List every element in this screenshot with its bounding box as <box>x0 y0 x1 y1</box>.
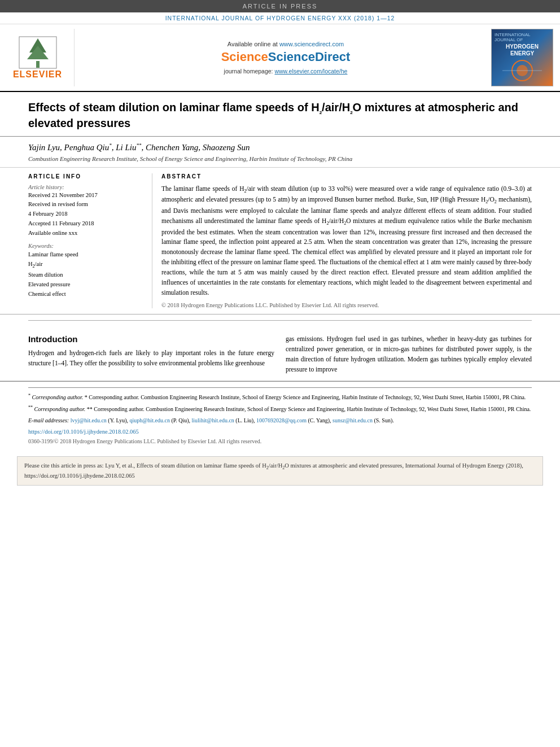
revised-label: Received in revised form <box>28 200 144 209</box>
email-yang[interactable]: 1007692028@qq.com <box>256 417 307 423</box>
email-liu[interactable]: liulihit@hit.edu.cn <box>192 417 234 423</box>
section-divider <box>28 320 532 321</box>
journal-title-bar: INTERNATIONAL JOURNAL OF HYDROGEN ENERGY… <box>0 12 560 24</box>
two-column-section: ARTICLE INFO Article history: Received 2… <box>0 168 560 315</box>
history-label: Article history: <box>28 184 144 190</box>
revised-date: 4 February 2018 <box>28 210 144 219</box>
emails-line: E-mail addresses: lvyj@hit.edu.cn (Y. Ly… <box>28 416 532 425</box>
star-footnote: * Corresponding author. * Corresponding … <box>28 392 532 402</box>
abstract-section: ABSTRACT The laminar flame speeds of H2/… <box>161 173 532 309</box>
paper-title-section: Effects of steam dilution on laminar fla… <box>0 92 560 137</box>
paper-title: Effects of steam dilution on laminar fla… <box>28 100 532 130</box>
journal-homepage-url[interactable]: www.elsevier.com/locate/he <box>274 68 347 75</box>
footnotes-section: * Corresponding author. * Corresponding … <box>0 381 560 452</box>
header-section: ELSEVIER Available online at www.science… <box>0 24 560 92</box>
dstar-footnote: ** Corresponding author. ** Correspondin… <box>28 404 532 414</box>
doi-line[interactable]: https://doi.org/10.1016/j.ijhydene.2018.… <box>28 427 532 437</box>
journal-title: INTERNATIONAL JOURNAL OF HYDROGEN ENERGY… <box>165 15 395 21</box>
keyword-2: H2/air <box>28 260 144 270</box>
email-sun[interactable]: sunsz@hit.edu.cn <box>333 417 373 423</box>
keyword-5: Chemical effect <box>28 290 144 299</box>
abstract-text: The laminar flame speeds of H2/air with … <box>161 184 532 298</box>
intro-right-col: gas emissions. Hydrogen fuel used in gas… <box>286 334 532 374</box>
email-lyu[interactable]: lvyj@hit.edu.cn <box>71 417 107 423</box>
affiliation: Combustion Engineering Research Institut… <box>28 155 532 163</box>
intro-right-text: gas emissions. Hydrogen fuel used in gas… <box>286 334 532 374</box>
sciencedirect-url[interactable]: www.sciencedirect.com <box>279 41 344 47</box>
authors-section: Yajin Lyu, Penghua Qiu*, Li Liu**, Chenc… <box>0 137 560 167</box>
elsevier-text: ELSEVIER <box>13 69 62 80</box>
introduction-section: Introduction Hydrogen and hydrogen-rich … <box>0 326 560 381</box>
issn-line: 0360-3199/© 2018 Hydrogen Energy Publica… <box>28 437 532 446</box>
elsevier-tree-graphic <box>15 36 60 69</box>
received-date: Received 21 November 2017 <box>28 191 144 200</box>
keyword-3: Steam dilution <box>28 270 144 280</box>
available-online: Available online xxx <box>28 229 144 238</box>
email-qiu[interactable]: qiuph@hit.edu.cn <box>129 417 169 423</box>
article-info: ARTICLE INFO Article history: Received 2… <box>28 173 152 309</box>
article-in-press-label: Article in Press <box>243 3 318 10</box>
cite-text: Please cite this article in press as: Ly… <box>24 462 523 479</box>
intro-heading: Introduction <box>28 334 274 344</box>
keywords-section: Keywords: Laminar flame speed H2/air Ste… <box>28 243 144 299</box>
journal-homepage: journal homepage: www.elsevier.com/locat… <box>224 68 348 75</box>
copyright-line: © 2018 Hydrogen Energy Publications LLC.… <box>161 302 532 308</box>
article-info-heading: ARTICLE INFO <box>28 173 144 180</box>
authors-list: Yajin Lyu, Penghua Qiu*, Li Liu**, Chenc… <box>28 142 532 152</box>
intro-left-col: Introduction Hydrogen and hydrogen-rich … <box>28 334 274 374</box>
header-center: Available online at www.sciencedirect.co… <box>80 29 491 86</box>
svg-rect-0 <box>36 61 40 68</box>
abstract-heading: ABSTRACT <box>161 173 532 180</box>
article-in-press-bar: Article in Press <box>0 0 560 12</box>
hydrogen-energy-title: HYDROGEN ENERGY <box>495 43 550 57</box>
cite-box: Please cite this article in press as: Ly… <box>17 456 543 486</box>
sciencedirect-logo: ScienceScienceDirect <box>221 50 351 64</box>
keywords-label: Keywords: <box>28 243 144 249</box>
accepted-date: Accepted 11 February 2018 <box>28 220 144 228</box>
intro-left-text: Hydrogen and hydrogen-rich fuels are lik… <box>28 348 274 369</box>
hydrogen-energy-cover: INTERNATIONAL JOURNAL OF HYDROGEN ENERGY <box>491 29 553 86</box>
elsevier-logo: ELSEVIER <box>7 29 75 86</box>
available-online: Available online at www.sciencedirect.co… <box>228 41 344 47</box>
keyword-1: Laminar flame speed <box>28 250 144 260</box>
keyword-4: Elevated pressure <box>28 280 144 290</box>
